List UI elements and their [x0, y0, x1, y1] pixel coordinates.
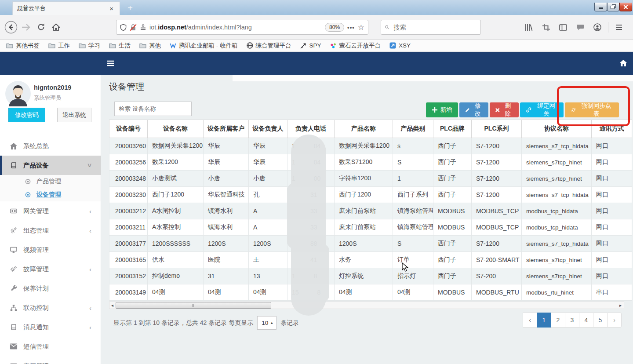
- sidebar-item-overview[interactable]: 系统总览: [0, 136, 101, 156]
- cell-plc-series: MODBUS_TCP: [472, 203, 522, 219]
- zoom-level-badge[interactable]: 80%: [325, 23, 344, 32]
- table-row[interactable]: 200003177 1200SSSSSS 1200S 1200S 88 1200…: [109, 236, 632, 252]
- scrollbar-thumb[interactable]: [116, 302, 271, 309]
- sidebar-item-partial-bottom[interactable]: 空间管理: [0, 356, 101, 364]
- col-plc-brand[interactable]: PLC品牌: [433, 120, 472, 138]
- col-device-id[interactable]: 设备编号: [109, 120, 148, 138]
- table-row[interactable]: 200003260 数据网关采集1200 华辰 华辰 104 数据网关采集120…: [109, 138, 632, 154]
- sidebar-item-config[interactable]: 组态管理 ‹: [0, 221, 101, 240]
- bookmark-work[interactable]: 工作: [48, 42, 70, 50]
- cell-owner: 王: [249, 252, 287, 268]
- bookmark-tencent-mail[interactable]: 腾讯企业邮箱 - 收件箱: [170, 42, 238, 50]
- bind-gateway-button[interactable]: 绑定网关: [520, 102, 564, 117]
- page-button[interactable]: 1: [537, 313, 551, 328]
- sidebar-item-device-mgmt[interactable]: 设备管理: [0, 188, 101, 201]
- bookmark-admin-platform[interactable]: 综合管理平台: [247, 42, 291, 50]
- browser-tab[interactable]: 思普云平台 ×: [12, 1, 120, 15]
- cell-device-name: 1200SSSSSS: [148, 236, 204, 252]
- sidebar-item-message[interactable]: 消息通知 ‹: [0, 317, 101, 337]
- scroll-left-arrow[interactable]: ◂: [109, 302, 115, 309]
- window-restore-button[interactable]: [607, 3, 619, 11]
- page-button[interactable]: ‹: [523, 313, 537, 328]
- sidebar-item-linkage[interactable]: 联动控制 ‹: [0, 298, 101, 317]
- logout-button[interactable]: 退出系统: [57, 108, 91, 122]
- bookmark-life[interactable]: 生活: [109, 42, 131, 50]
- app-home-icon[interactable]: [620, 60, 627, 66]
- bookmark-misc[interactable]: 其他: [139, 42, 161, 50]
- page-actions-icon[interactable]: •••: [347, 24, 355, 31]
- table-row[interactable]: 200003165 供水 医院 王 41 水务 订单 西门子 S7-200-SM…: [109, 252, 632, 268]
- menu-button[interactable]: [612, 20, 626, 35]
- device-search-input[interactable]: [114, 102, 192, 116]
- page-button[interactable]: 2: [551, 313, 565, 328]
- delete-button[interactable]: 删除: [490, 102, 519, 117]
- page-button[interactable]: 3: [565, 313, 579, 328]
- cell-plc-series: S7-1200: [472, 236, 522, 252]
- url-text: iot.idosp.net/admin/index.html?lang: [149, 24, 322, 31]
- page-button[interactable]: ›: [607, 313, 622, 328]
- cell-owner: A: [249, 219, 287, 236]
- col-product[interactable]: 产品名称: [335, 120, 393, 138]
- change-password-button[interactable]: 修改密码: [8, 108, 45, 122]
- account-button[interactable]: [591, 20, 604, 35]
- sidebar-item-maintenance[interactable]: 保养计划: [0, 279, 101, 298]
- sidebar-item-sms[interactable]: 短信管理: [0, 337, 101, 356]
- sidebar-item-product-device[interactable]: 产品设备 ˅: [0, 156, 101, 175]
- bookmark-star-icon[interactable]: ☆: [358, 23, 364, 32]
- gears-icon: [10, 266, 18, 273]
- bookmark-study[interactable]: 学习: [79, 42, 100, 50]
- library-button[interactable]: [522, 20, 535, 35]
- new-tab-button[interactable]: +: [124, 3, 136, 14]
- bookmark-ezviz[interactable]: 萤石云开放平台: [330, 42, 381, 50]
- browser-search-input[interactable]: [393, 23, 477, 31]
- col-customer[interactable]: 设备所属客户: [204, 120, 249, 138]
- browser-search-box[interactable]: [381, 20, 481, 35]
- col-category[interactable]: 产品类别: [393, 120, 433, 138]
- cell-category: 1: [393, 171, 433, 187]
- sidebar-toggle-button[interactable]: [557, 20, 570, 35]
- table-row[interactable]: 200003211 A水泵控制 镇海水利 A 33 庶来门前泵站 镇海泵站管理 …: [109, 219, 632, 236]
- cell-protocol: siemens_s7tcp_hinet: [522, 154, 592, 171]
- table-row[interactable]: 200003149 04测 04测 04测 158 04测 04测 MODBUS…: [109, 284, 632, 301]
- cell-plc-brand: 西门子: [433, 171, 472, 187]
- col-device-name[interactable]: 设备名称: [148, 120, 204, 138]
- reload-button[interactable]: [33, 20, 48, 35]
- window-close-button[interactable]: [619, 3, 632, 11]
- page-button[interactable]: 4: [579, 313, 593, 328]
- folder-icon: [139, 43, 146, 48]
- bookmark-xsy[interactable]: XSY: [389, 42, 411, 49]
- table-row[interactable]: 200003152 控制demo 31 13 18 灯控系统 指示灯 西门子 S…: [109, 268, 632, 284]
- table-row[interactable]: 200003212 A水闸控制 镇海水利 A 33 庶来门前泵站 镇海泵站管理 …: [109, 203, 632, 219]
- screenshot-button[interactable]: [539, 20, 553, 35]
- home-button[interactable]: [48, 20, 63, 35]
- page-button[interactable]: 5: [593, 313, 608, 328]
- tab-close-icon[interactable]: ×: [108, 5, 115, 12]
- force-sync-button[interactable]: 强制同步点表: [565, 102, 619, 117]
- window-minimize-button[interactable]: [594, 3, 607, 11]
- forward-button[interactable]: [18, 20, 33, 35]
- add-button[interactable]: 新增: [426, 102, 458, 117]
- col-protocol[interactable]: 协议名称: [522, 120, 592, 138]
- col-comm[interactable]: 通讯方式: [592, 120, 632, 138]
- bookmark-other[interactable]: 其他书签: [6, 42, 40, 50]
- table-header-row: 设备编号 设备名称 设备所属客户 设备负责人 负责人电话 产品名称 产品类别 P…: [109, 120, 632, 138]
- back-button[interactable]: [4, 20, 18, 35]
- sidebar-item-fault[interactable]: 故障管理 ‹: [0, 259, 101, 279]
- sidebar-item-gateway[interactable]: 网关管理 ‹: [0, 201, 101, 221]
- table-row[interactable]: 200003230 西门子1200 华辰智通科技 孔 31 西门子1200 西门…: [109, 187, 632, 203]
- cell-plc-brand: MODBUS: [433, 219, 472, 236]
- col-owner[interactable]: 设备负责人: [249, 120, 287, 138]
- scroll-right-arrow[interactable]: ▸: [618, 302, 623, 309]
- table-row[interactable]: 200003248 小唐测试 小唐 小唐 100 字符串1200 1 西门子 S…: [109, 171, 632, 187]
- edit-button[interactable]: 修改: [459, 102, 488, 117]
- page-size-select[interactable]: 10 ▲: [257, 316, 276, 330]
- url-bar[interactable]: iot.idosp.net/admin/index.html?lang 80% …: [116, 20, 368, 35]
- sidebar-item-video[interactable]: 视频管理: [0, 240, 101, 259]
- table-row[interactable]: 200003256 数采1200 华辰 华辰 104 数采S71200 S 西门…: [109, 154, 632, 171]
- sidebar-collapse-icon[interactable]: [107, 60, 114, 66]
- col-plc-series[interactable]: PLC系列: [472, 120, 522, 138]
- cell-category: S: [393, 154, 433, 171]
- sidebar-item-product-mgmt[interactable]: 产品管理: [0, 175, 101, 188]
- bookmark-spy[interactable]: SPY: [300, 42, 321, 49]
- pocket-button[interactable]: [574, 20, 587, 35]
